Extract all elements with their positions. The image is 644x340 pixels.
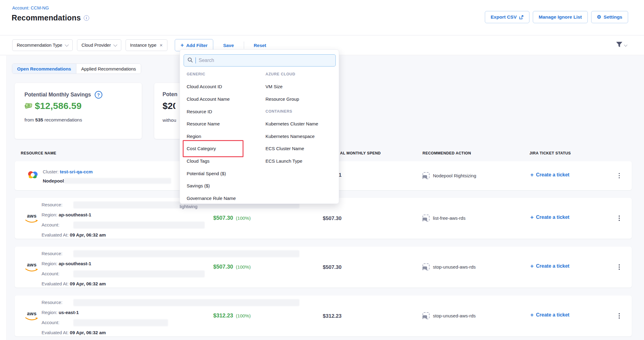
monthly-savings-value: $507.30 (100%) xyxy=(213,215,251,221)
aws-icon: aws xyxy=(24,262,39,273)
row-menu-kebab-icon[interactable] xyxy=(615,171,623,180)
redacted-value xyxy=(73,250,299,257)
close-icon[interactable]: ✕ xyxy=(159,43,163,48)
recommendations-page: Account: CCM-NG Recommendations i Export… xyxy=(0,0,644,340)
spend-subtext-fragment: withou xyxy=(163,118,176,123)
row-menu-kebab-icon[interactable] xyxy=(615,214,623,223)
savings-amount: $12,586.59 xyxy=(35,101,82,111)
image-placeholder-icon xyxy=(423,312,430,319)
create-ticket-button[interactable]: + Create a ticket xyxy=(530,312,569,318)
monthly-savings-value: $312.23 (100%) xyxy=(213,313,251,319)
info-icon[interactable]: i xyxy=(84,15,89,21)
breadcrumb[interactable]: Account: CCM-NG xyxy=(12,5,49,10)
dropdown-item-cloud-tags[interactable]: Cloud Tags xyxy=(186,155,262,167)
dropdown-item-savings[interactable]: Savings ($) xyxy=(186,179,262,192)
dropdown-item-resource-group[interactable]: Resource Group xyxy=(265,93,337,105)
dropdown-item-cloud-account-id[interactable]: Cloud Account ID xyxy=(186,81,262,93)
dropdown-column-generic: GENERIC Cloud Account ID Cloud Account N… xyxy=(186,68,262,204)
table-row[interactable]: aws Resource: Region: ap-southeast-1 Acc… xyxy=(15,247,632,288)
recommendations-tabs: Open Recommendations Applied Recommendat… xyxy=(12,63,141,74)
dropdown-item-cloud-account-name[interactable]: Cloud Account Name xyxy=(186,93,262,105)
plus-icon: + xyxy=(530,263,534,269)
external-link-icon xyxy=(519,15,524,20)
table-row[interactable]: aws Resource: Region: us-east-1 Account:… xyxy=(15,295,632,336)
redacted-value xyxy=(73,222,205,229)
chevron-down-icon xyxy=(624,43,627,46)
section-heading: GENERIC xyxy=(186,68,262,81)
dropdown-item-potential-spend[interactable]: Potential Spend ($) xyxy=(186,167,262,180)
dropdown-item-resource-name[interactable]: Resource Name xyxy=(186,118,262,130)
create-ticket-button[interactable]: + Create a ticket xyxy=(530,215,569,220)
column-header-jira-ticket-status: JIRA TICKET STATUS xyxy=(529,151,571,155)
settings-button[interactable]: ⚙ Settings xyxy=(591,11,628,23)
left-rail xyxy=(0,56,7,340)
search-input[interactable] xyxy=(199,58,332,63)
text-caret xyxy=(196,57,196,63)
tab-applied-recommendations[interactable]: Applied Recommendations xyxy=(76,64,141,74)
create-ticket-button[interactable]: + Create a ticket xyxy=(530,263,569,269)
monthly-savings-value: $507.30 (100%) xyxy=(213,264,251,270)
filter-chip-cloud-provider[interactable]: Cloud Provider xyxy=(77,39,121,51)
resource-name-tail: lightwing xyxy=(180,204,197,209)
plus-icon: + xyxy=(530,215,534,220)
total-monthly-spend-value: $507.30 xyxy=(296,264,342,270)
dropdown-item-kubernetes-namespace[interactable]: Kubernetes Namespace xyxy=(265,130,337,143)
export-csv-button[interactable]: Export CSV xyxy=(485,11,529,23)
filter-chip-instance-type[interactable]: Instance type ✕ xyxy=(126,39,167,51)
reset-filter-link[interactable]: Reset xyxy=(254,43,266,48)
redacted-value xyxy=(73,319,168,326)
column-header-total-monthly-spend: AL MONTHLY SPEND xyxy=(340,151,381,155)
tab-open-recommendations[interactable]: Open Recommendations xyxy=(12,64,76,74)
redacted-value xyxy=(73,299,299,306)
potential-monthly-savings-card: Potential Monthly Savings ? $12,586.59 f… xyxy=(15,83,142,139)
filter-funnel-button[interactable] xyxy=(616,41,627,49)
plus-icon: + xyxy=(530,312,534,318)
table-row[interactable]: aws Resource: lightwing Region: ap-south… xyxy=(15,198,632,239)
plus-icon: + xyxy=(530,172,534,178)
cluster-link[interactable]: test-sri-qa-ccm xyxy=(60,169,93,174)
total-monthly-spend-value: $312.23 xyxy=(296,313,342,319)
dropdown-item-ecs-cluster-name[interactable]: ECS Cluster Name xyxy=(265,143,337,155)
image-placeholder-icon xyxy=(423,263,430,270)
dropdown-item-resource-id[interactable]: Resource ID xyxy=(186,105,262,118)
card-title-fragment: Poten xyxy=(163,91,177,98)
save-filter-link[interactable]: Save xyxy=(223,43,234,48)
dropdown-item-cost-category[interactable]: Cost Category xyxy=(186,143,262,155)
row-menu-kebab-icon[interactable] xyxy=(615,262,623,272)
column-header-resource-name: RESOURCE NAME xyxy=(21,151,56,155)
add-filter-dropdown: GENERIC Cloud Account ID Cloud Account N… xyxy=(180,49,339,204)
spend-amount-fragment: $20 xyxy=(163,101,175,111)
funnel-icon xyxy=(616,41,623,49)
recommended-action: stop-unused-aws-rds xyxy=(423,312,476,319)
savings-subtext: from 535 recommendations xyxy=(24,117,82,123)
dropdown-item-region[interactable]: Region xyxy=(186,130,262,143)
filter-chip-recommendation-type[interactable]: Recommendation Type xyxy=(12,39,73,51)
dropdown-column-cloud: AZURE CLOUD VM Size Resource Group CONTA… xyxy=(265,68,337,167)
chevron-down-icon xyxy=(113,43,117,47)
recommended-action: stop-unused-aws-rds xyxy=(423,263,476,270)
column-header-recommended-action: RECOMMENDED ACTION xyxy=(423,151,471,155)
total-monthly-spend-value: $507.30 xyxy=(296,215,342,222)
cash-icon xyxy=(24,102,33,110)
dropdown-search[interactable] xyxy=(184,54,336,67)
plus-icon: + xyxy=(181,42,184,48)
recommended-action: Nodepool Rightsizing xyxy=(423,172,476,179)
redacted-value xyxy=(64,178,171,184)
image-placeholder-icon xyxy=(423,172,430,179)
dropdown-item-governance-rule-name[interactable]: Governance Rule Name xyxy=(186,192,262,204)
create-ticket-button[interactable]: + Create a ticket xyxy=(530,172,569,178)
chevron-down-icon xyxy=(65,43,69,47)
manage-ignore-list-button[interactable]: Manage Ignore List xyxy=(533,11,587,23)
section-heading: AZURE CLOUD xyxy=(265,68,337,81)
help-icon[interactable]: ? xyxy=(95,91,102,99)
dropdown-item-ecs-launch-type[interactable]: ECS Launch Type xyxy=(265,155,337,167)
recommended-action: list-free-aws-rds xyxy=(423,215,466,222)
section-heading: CONTAINERS xyxy=(265,105,337,118)
dropdown-item-vm-size[interactable]: VM Size xyxy=(265,81,337,93)
image-placeholder-icon xyxy=(423,215,430,222)
dropdown-item-kubernetes-cluster-name[interactable]: Kubernetes Cluster Name xyxy=(265,118,337,130)
gcp-cloud-icon xyxy=(27,170,38,181)
aws-icon: aws xyxy=(24,311,39,322)
row-menu-kebab-icon[interactable] xyxy=(615,311,623,320)
search-icon xyxy=(188,57,193,64)
